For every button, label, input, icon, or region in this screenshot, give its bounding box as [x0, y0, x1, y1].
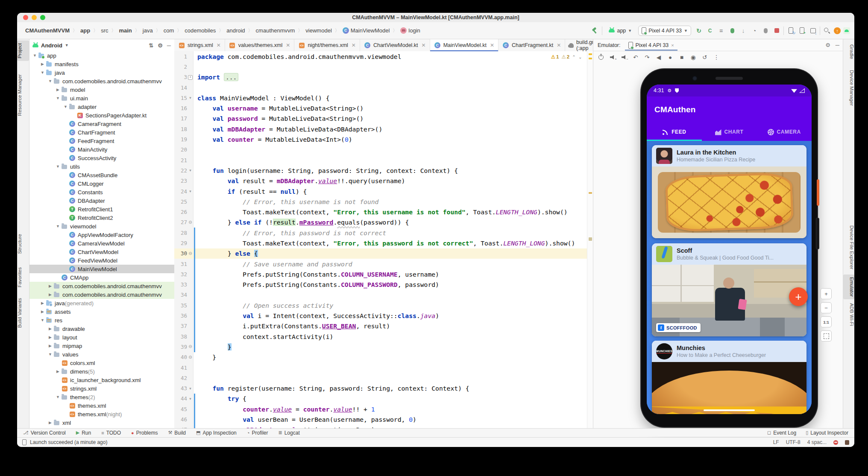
tree-item[interactable]: CMApp	[29, 273, 174, 282]
breadcrumb-item[interactable]: cmauthenmvvm	[255, 27, 296, 34]
rotate-right-icon[interactable]: ↷	[643, 53, 651, 61]
debug-icon[interactable]	[728, 26, 736, 35]
tree-item[interactable]: CMAssetBundle	[29, 171, 174, 179]
zoom-reset-button[interactable]: 1:1	[821, 316, 832, 327]
tree-collapse-icon[interactable]: ▼	[32, 53, 38, 58]
power-icon[interactable]	[597, 53, 605, 61]
tool-window-button-run[interactable]: ▶Run	[76, 430, 91, 436]
code-line[interactable]: 3+import ...	[174, 72, 587, 82]
tree-item[interactable]: AppViewModelFactory	[29, 231, 174, 239]
fold-marker-icon[interactable]: ▾	[187, 397, 194, 401]
tool-window-button-log[interactable]: ≣Logcat	[278, 430, 299, 436]
tool-strip-item-device-file-explorer[interactable]: Device File Explorer	[843, 223, 854, 272]
tool-window-button-prob[interactable]: ●Problems	[131, 430, 158, 436]
emulator-device-tab[interactable]: Pixel 4 API 33 ×	[625, 39, 677, 51]
code-line[interactable]: 42	[174, 373, 587, 383]
tree-item[interactable]: colors.xml	[29, 359, 174, 367]
tree-item[interactable]: ▶drawable	[29, 324, 174, 333]
tree-item[interactable]: ▶assets	[29, 307, 174, 316]
tree-expand-icon[interactable]: ▶	[39, 310, 46, 314]
project-view-selector[interactable]: Android	[41, 42, 62, 49]
home-icon[interactable]: ●	[666, 53, 674, 61]
tool-window-button-prof[interactable]: ◔Profiler	[247, 430, 268, 436]
tree-item[interactable]: ▼values	[29, 350, 174, 359]
editor-tab-ChartViewModel-kt[interactable]: ChartViewModel.kt✕	[360, 39, 430, 51]
phone-power-button[interactable]	[817, 179, 819, 206]
app-tab-camera[interactable]: CAMERA	[757, 123, 812, 141]
close-icon[interactable]: ✕	[286, 42, 290, 48]
overview-icon[interactable]: ■	[677, 53, 686, 61]
tree-collapse-icon[interactable]: ▼	[39, 318, 46, 322]
zoom-out-button[interactable]: −	[821, 302, 832, 313]
tree-item[interactable]: FeedFragment	[29, 137, 174, 145]
tree-item[interactable]: ChartFragment	[29, 128, 174, 137]
code-line[interactable]: 45 counter.value = counter.value!! + 1	[174, 404, 587, 414]
rerun-icon[interactable]: ↻	[695, 26, 703, 35]
vol-up-icon[interactable]: +	[608, 53, 617, 61]
close-icon[interactable]: ✕	[557, 42, 561, 48]
tool-strip-item-gradle[interactable]: Gradle	[843, 42, 854, 62]
tree-item[interactable]: RetrofitClient2	[29, 213, 174, 222]
breadcrumb-item[interactable]: android	[225, 27, 246, 34]
tree-item[interactable]: ▶manifests	[29, 60, 174, 68]
settings-gear-icon[interactable]: ⚙	[825, 42, 830, 48]
app-tab-feed[interactable]: FEED	[647, 123, 702, 141]
back-icon[interactable]: ◀	[654, 53, 663, 61]
tree-item[interactable]: ▼app	[29, 51, 174, 60]
code-line[interactable]: 1package com.codemobiles.android.cmauthe…	[174, 51, 587, 61]
fold-marker-icon[interactable]: +	[187, 75, 194, 80]
status-indicator[interactable]: LF	[773, 439, 779, 445]
tree-item[interactable]: themes.xml	[29, 401, 174, 410]
code-line[interactable]: 18 val mDBAdapter = MutableLiveData<DBAd…	[174, 124, 587, 134]
tree-expand-icon[interactable]: ▶	[47, 327, 53, 331]
memory-indicator-icon[interactable]	[845, 440, 849, 445]
editor-tab-strings-xml[interactable]: strings.xml✕	[174, 39, 225, 51]
camera-icon[interactable]: ◉	[689, 53, 698, 61]
error-stripe[interactable]	[587, 51, 593, 428]
tree-item[interactable]: ChartViewModel	[29, 248, 174, 256]
code-line[interactable]: 23 val result = mDBAdapter.value!!.query…	[174, 176, 587, 186]
breadcrumb-item[interactable]: CMAuthenMVVM	[24, 27, 71, 34]
vol-down-icon[interactable]: −	[620, 53, 628, 61]
app-tab-chart[interactable]: CHART	[702, 123, 757, 141]
tree-item[interactable]: CameraFragment	[29, 120, 174, 128]
close-icon[interactable]: ✕	[422, 42, 426, 48]
tool-window-button-appins[interactable]: ⬒App Inspection	[196, 430, 237, 436]
fold-marker-icon[interactable]: ⊖	[187, 345, 194, 349]
tree-expand-icon[interactable]: ▶	[47, 344, 53, 348]
tool-strip-item-project[interactable]: Project	[17, 41, 29, 61]
code-line[interactable]: 19 val counter = MutableLiveData<Int>(0)	[174, 134, 587, 144]
code-line[interactable]: 46 val userBean = UserBean(username, pas…	[174, 414, 587, 424]
tool-strip-item-emulator[interactable]: Emulator	[843, 275, 854, 299]
code-line[interactable]: 2	[174, 61, 587, 72]
build-hammer-icon[interactable]	[591, 27, 598, 35]
code-line[interactable]: 15▾class MainViewModel : ViewModel() {	[174, 93, 587, 103]
hide-panel-icon[interactable]: ─	[167, 42, 171, 49]
tree-item[interactable]: CMLogger	[29, 179, 174, 188]
code-line[interactable]: 16 val username = MutableLiveData<String…	[174, 103, 587, 113]
zoom-fit-button[interactable]	[821, 330, 832, 342]
editor-tab-night-themes-xml[interactable]: night/themes.xml✕	[294, 39, 360, 51]
code-line[interactable]: 20	[174, 145, 587, 155]
code-line[interactable]: 38 context.startActivity(i)	[174, 331, 587, 342]
tree-item[interactable]: ▶com.codemobiles.android.cmauthenmvv	[29, 282, 174, 290]
code-line[interactable]: 22▾ fun login(username: String, password…	[174, 165, 587, 175]
tool-window-button-layins[interactable]: ▯Layout Inspector	[806, 430, 848, 436]
code-line[interactable]: 26 Toast.makeText(context, "Error, this …	[174, 207, 587, 217]
tree-expand-icon[interactable]: ▶	[55, 369, 61, 374]
tree-item[interactable]: RetrofitClient1	[29, 205, 174, 213]
code-line[interactable]: 34	[174, 290, 587, 300]
close-icon[interactable]: ✕	[352, 42, 356, 48]
tree-expand-icon[interactable]: ▶	[55, 88, 61, 92]
tree-item[interactable]: ▼res	[29, 316, 174, 324]
rotate-left-icon[interactable]: ↶	[631, 53, 640, 61]
fold-marker-icon[interactable]: ▾	[187, 168, 194, 172]
tree-item[interactable]: FeedViewModel	[29, 256, 174, 265]
fold-marker-icon[interactable]: ▾	[187, 386, 194, 391]
tree-item[interactable]: ▶java (generated)	[29, 299, 174, 307]
tree-item[interactable]: ▶dimens (5)	[29, 367, 174, 376]
tool-strip-item-device-manager[interactable]: Device Manager	[843, 67, 854, 108]
tree-item[interactable]: ▼java	[29, 68, 174, 77]
tree-expand-icon[interactable]: ▶	[47, 292, 53, 297]
tree-collapse-icon[interactable]: ▼	[55, 164, 61, 169]
